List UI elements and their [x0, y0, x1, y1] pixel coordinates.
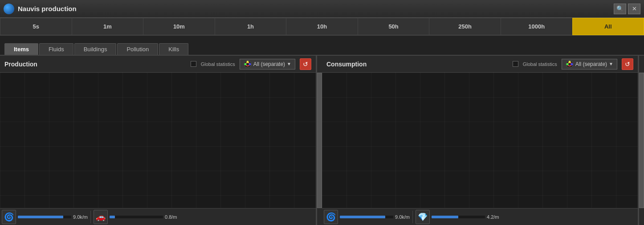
consumption-reset-button[interactable]: ↺: [622, 58, 633, 70]
consumption-dropdown-label: All (separate): [575, 61, 607, 67]
consumption-dropdown[interactable]: All (separate) ▼: [562, 59, 617, 70]
time-btn-All[interactable]: All: [572, 18, 644, 35]
consumption-item-1-bar1-fill: [340, 216, 385, 218]
time-btn-250h[interactable]: 250h: [429, 18, 501, 35]
production-item-2-bar1-fill: [110, 216, 115, 218]
consumption-chevron-icon: ▼: [609, 61, 613, 66]
production-item-2-bars: [110, 216, 163, 218]
production-item-1-value: 9.0k/m: [73, 214, 88, 220]
consumption-panel-header: Consumption Global statistics All (separ…: [322, 56, 638, 73]
tab-kills[interactable]: Kills: [159, 43, 188, 55]
production-title: Production: [4, 61, 186, 68]
time-btn-10h[interactable]: 10h: [286, 18, 358, 35]
production-item-2-bar1: [110, 216, 163, 218]
tab-items[interactable]: Items: [4, 43, 38, 55]
title-bar-right: 🔍 ✕: [614, 4, 640, 14]
consumption-item-2-bar1: [432, 216, 485, 218]
production-bottom-strip: 🌀 9.0k/m 🚗 0.8/m: [0, 208, 316, 225]
tab-bar: ItemsFluidsBuildingsPollutionKills: [0, 36, 644, 56]
production-global-stats-label: Global statistics: [201, 61, 235, 67]
tab-pollution[interactable]: Pollution: [117, 43, 158, 55]
tab-buildings[interactable]: Buildings: [74, 43, 117, 55]
svg-point-8: [571, 63, 573, 65]
production-scrollbar-thumb[interactable]: [317, 73, 322, 208]
consumption-item-2-icon: 💎: [416, 210, 430, 224]
time-btn-50h[interactable]: 50h: [358, 18, 429, 35]
consumption-item-1: 🌀 9.0k/m: [324, 210, 410, 224]
title-text: Nauvis production: [18, 5, 77, 12]
production-global-stats-checkbox[interactable]: [191, 61, 196, 67]
svg-point-7: [566, 63, 568, 65]
production-reset-button[interactable]: ↺: [300, 58, 311, 70]
consumption-item-1-icon: 🌀: [324, 210, 338, 224]
svg-point-2: [244, 63, 246, 65]
production-panel: Production Global statistics All (separa…: [0, 56, 317, 225]
consumption-separator-1: [412, 211, 413, 223]
production-item-1-icon: 🌀: [2, 210, 16, 224]
search-button[interactable]: 🔍: [614, 4, 626, 14]
consumption-chart: [322, 73, 638, 208]
consumption-network-icon: [566, 60, 574, 68]
title-bar: Nauvis production 🔍 ✕: [0, 0, 644, 18]
close-button[interactable]: ✕: [628, 4, 640, 14]
production-item-2: 🚗 0.8/m: [94, 210, 177, 224]
consumption-item-1-bars: [340, 216, 393, 218]
production-item-2-icon: 🚗: [94, 210, 108, 224]
consumption-item-2-bars: [432, 216, 485, 218]
production-dropdown-label: All (separate): [253, 61, 285, 67]
consumption-item-2: 💎 4.2/m: [416, 210, 499, 224]
production-dropdown[interactable]: All (separate) ▼: [240, 59, 295, 70]
production-panel-header: Production Global statistics All (separa…: [0, 56, 316, 73]
production-scrollbar[interactable]: [317, 56, 322, 225]
consumption-scrollbar[interactable]: [639, 56, 644, 225]
production-item-1: 🌀 9.0k/m: [2, 210, 88, 224]
main-content: Production Global statistics All (separa…: [0, 56, 644, 225]
production-chevron-icon: ▼: [287, 61, 291, 66]
time-bar: 5s1m10m1h10h50h250h1000hAll: [0, 18, 644, 36]
consumption-item-1-value: 9.0k/m: [395, 214, 410, 220]
consumption-item-2-value: 4.2/m: [487, 214, 499, 220]
svg-point-4: [246, 61, 249, 63]
time-btn-5s[interactable]: 5s: [0, 18, 72, 35]
consumption-global-stats-checkbox[interactable]: [513, 61, 518, 67]
time-btn-1h[interactable]: 1h: [215, 18, 286, 35]
production-item-2-value: 0.8/m: [165, 214, 177, 220]
title-bar-left: Nauvis production: [4, 4, 77, 14]
tab-fluids[interactable]: Fluids: [39, 43, 73, 55]
consumption-panel: Consumption Global statistics All (separ…: [322, 56, 639, 225]
production-chart: [0, 73, 316, 208]
svg-point-9: [568, 61, 571, 63]
consumption-item-1-bar1: [340, 216, 393, 218]
production-network-icon: [244, 60, 252, 68]
consumption-scrollbar-thumb[interactable]: [639, 73, 644, 208]
svg-point-3: [249, 63, 251, 65]
globe-icon: [4, 4, 14, 14]
production-item-1-bar1: [18, 216, 71, 218]
consumption-title: Consumption: [326, 61, 508, 68]
time-btn-1000h[interactable]: 1000h: [501, 18, 572, 35]
production-item-1-bars: [18, 216, 71, 218]
production-item-1-bar1-fill: [18, 216, 63, 218]
production-separator-1: [90, 211, 91, 223]
time-btn-10m[interactable]: 10m: [143, 18, 215, 35]
consumption-item-2-bar1-fill: [432, 216, 458, 218]
consumption-bottom-strip: 🌀 9.0k/m 💎 4.2/m: [322, 208, 638, 225]
time-btn-1m[interactable]: 1m: [72, 18, 143, 35]
consumption-global-stats-label: Global statistics: [523, 61, 557, 67]
